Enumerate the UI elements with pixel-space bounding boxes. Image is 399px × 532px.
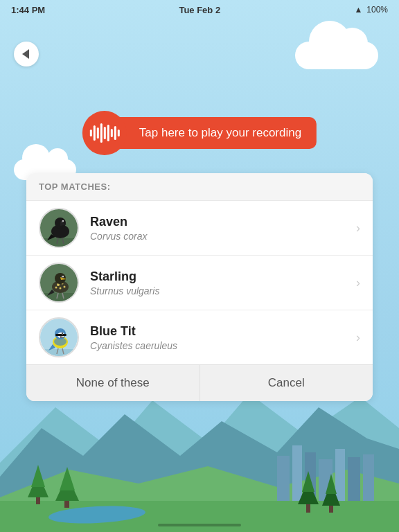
status-icons: ▲ 100% (354, 5, 388, 15)
svg-point-39 (60, 287, 62, 290)
svg-rect-17 (64, 501, 69, 508)
svg-rect-5 (277, 456, 290, 501)
action-row: None of these Cancel (26, 364, 373, 401)
bird-name-starling: Starling (90, 269, 351, 284)
bird-info-bluetit: Blue Tit Cyanistes caeruleus (90, 324, 351, 351)
back-button[interactable] (14, 42, 39, 66)
svg-point-44 (62, 276, 64, 277)
record-section[interactable]: Tap here to play your recording (82, 111, 317, 155)
svg-rect-11 (363, 454, 374, 501)
record-icon[interactable] (82, 111, 127, 155)
svg-rect-6 (292, 445, 302, 501)
back-chevron-icon (22, 49, 29, 59)
bird-item-raven[interactable]: Raven Corvus corax › (26, 201, 373, 256)
bird-avatar-bluetit (39, 317, 79, 357)
svg-point-40 (55, 287, 57, 289)
chevron-right-icon: › (356, 221, 360, 236)
svg-rect-55 (55, 334, 66, 336)
record-button-label[interactable]: Tap here to play your recording (120, 117, 317, 149)
bird-item-starling[interactable]: Starling Sturnus vulgaris › (26, 256, 373, 310)
battery-icon: 100% (366, 5, 388, 15)
bird-name-bluetit: Blue Tit (90, 324, 351, 339)
card-header: TOP MATCHES: (26, 173, 373, 201)
svg-rect-35 (40, 293, 79, 303)
bird-item-bluetit[interactable]: Blue Tit Cyanistes caeruleus › (26, 310, 373, 364)
svg-rect-9 (335, 449, 345, 501)
svg-point-41 (64, 286, 66, 288)
bird-latin-starling: Sturnus vulgaris (90, 285, 351, 296)
svg-point-30 (62, 220, 64, 222)
bird-avatar-raven (39, 208, 79, 248)
cancel-button[interactable]: Cancel (200, 365, 373, 401)
svg-rect-14 (36, 497, 40, 504)
svg-rect-25 (40, 238, 79, 248)
none-of-these-button[interactable]: None of these (26, 365, 200, 401)
home-indicator (158, 524, 241, 526)
cloud-1 (295, 42, 378, 69)
svg-rect-50 (40, 349, 79, 357)
bird-latin-raven: Corvus corax (90, 231, 351, 242)
chevron-right-icon: › (356, 276, 360, 290)
svg-rect-10 (348, 457, 360, 501)
wifi-icon: ▲ (354, 5, 362, 15)
svg-point-57 (62, 332, 63, 334)
chevron-right-icon: › (356, 330, 360, 345)
status-bar: 1:44 PM Tue Feb 2 ▲ 100% (0, 0, 399, 19)
status-time: 1:44 PM (11, 5, 45, 15)
bird-list: Raven Corvus corax › (26, 201, 373, 364)
status-date: Tue Feb 2 (179, 5, 220, 15)
svg-rect-20 (306, 504, 310, 513)
bird-latin-bluetit: Cyanistes caeruleus (90, 340, 351, 351)
bird-info-raven: Raven Corvus corax (90, 215, 351, 242)
results-card: TOP MATCHES: (26, 173, 373, 401)
bird-info-starling: Starling Sturnus vulgaris (90, 269, 351, 296)
bird-name-raven: Raven (90, 215, 351, 229)
waveform-icon (89, 123, 119, 143)
svg-rect-23 (329, 506, 333, 513)
bird-avatar-starling (39, 263, 79, 303)
